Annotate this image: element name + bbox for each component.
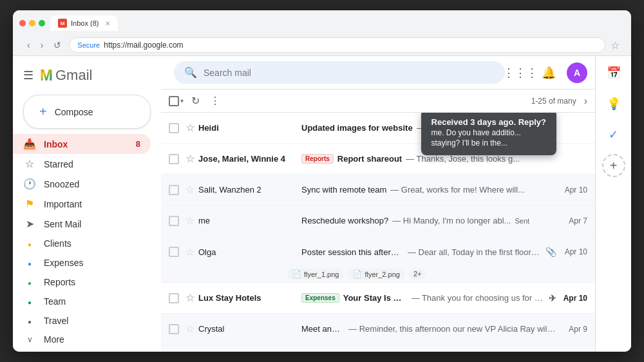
email-row[interactable]: ☆ me Reschedule workshop? — Hi Mandy, I'… <box>161 205 595 236</box>
attachment-chip[interactable]: 📄 flyer_1.png <box>287 269 344 280</box>
label-expenses: Expenses <box>301 293 339 303</box>
chip-label: flyer_2.png <box>365 271 399 278</box>
star-icon[interactable]: ☆ <box>185 184 194 196</box>
sidebar-item-team[interactable]: ● Team <box>13 292 151 311</box>
email-preview: — Dear all, Today in the first floor lob… <box>408 247 542 257</box>
sidebar-item-clients[interactable]: ● Clients <box>13 234 151 253</box>
sidebar-item-sent[interactable]: ➤ Sent Mail <box>13 214 151 234</box>
email-row[interactable]: ☆ Chi, me, Patrick 6 Clients Getting err… <box>161 345 595 352</box>
sidebar-item-starred[interactable]: ☆ Starred <box>13 154 151 174</box>
email-date: Apr 10 <box>562 294 587 303</box>
email-checkbox[interactable] <box>169 154 179 164</box>
sidebar-item-more[interactable]: ∨ More <box>13 330 151 348</box>
email-preview: — Reminder, this afternoon our new VP Al… <box>348 324 556 334</box>
snoozed-icon: 🕐 <box>23 178 36 190</box>
select-all-area[interactable]: ▾ <box>169 96 184 106</box>
email-row[interactable]: ☆ Heidi Updated images for website — Hi!… <box>161 113 595 144</box>
email-checkbox[interactable] <box>169 324 179 334</box>
star-icon[interactable]: ☆ <box>185 292 194 304</box>
gmail-logo-text: Gmail <box>55 67 92 84</box>
hamburger-menu[interactable]: ☰ <box>23 68 33 82</box>
email-checkbox[interactable] <box>169 247 179 257</box>
search-bar[interactable]: 🔍 <box>174 61 505 84</box>
email-row-group: ☆ Olga Poster session this afternoon in … <box>161 236 595 283</box>
email-subject: Sync with remote team <box>301 185 386 195</box>
email-checkbox[interactable] <box>169 216 179 226</box>
sidebar-item-travel[interactable]: ● Travel <box>13 311 151 330</box>
starred-label: Starred <box>44 159 140 169</box>
chip-label: flyer_1.png <box>304 271 339 278</box>
search-input[interactable] <box>204 68 495 78</box>
add-app-button[interactable]: + <box>602 154 625 177</box>
tasks-app-icon[interactable]: ✓ <box>602 123 625 146</box>
star-icon[interactable]: ☆ <box>185 153 194 165</box>
url-bar[interactable]: Secure https://mail.google.com <box>69 37 605 53</box>
more-chips[interactable]: 2+ <box>409 269 426 280</box>
refresh-button[interactable]: ↻ <box>189 92 202 110</box>
email-row[interactable]: ☆ Lux Stay Hotels Expenses Your Stay Is … <box>161 283 595 314</box>
star-icon[interactable]: ☆ <box>185 214 194 227</box>
maximize-button[interactable] <box>39 20 45 26</box>
email-subject: Updated images for website <box>301 123 413 133</box>
email-row[interactable]: ☆ Salit, Wanzhen 2 Sync with remote team… <box>161 175 595 205</box>
email-content: Expenses Your Stay Is Confirmed — Thank … <box>301 293 556 303</box>
compose-label: Compose <box>55 107 93 117</box>
bookmark-icon[interactable]: ☆ <box>611 39 620 52</box>
close-button[interactable] <box>19 20 26 26</box>
team-icon: ● <box>23 296 36 307</box>
back-button[interactable]: ‹ <box>24 39 33 52</box>
email-preview: — Thanks, Jose, this looks g... <box>406 154 520 164</box>
sidebar-item-important[interactable]: ⚑ Important <box>13 194 151 214</box>
email-subject: Meet and greet <box>301 324 345 334</box>
sidebar-item-snoozed[interactable]: 🕐 Snoozed <box>13 174 151 194</box>
star-icon[interactable]: ☆ <box>185 323 194 335</box>
email-checkbox[interactable] <box>169 123 179 133</box>
compose-button[interactable]: + Compose <box>23 95 151 129</box>
browser-tab[interactable]: M Inbox (8) ✕ <box>50 15 118 31</box>
page-info: 1-25 of many <box>531 97 576 106</box>
more-actions-button[interactable]: ⋮ <box>207 92 223 110</box>
email-sender: Crystal <box>198 324 301 334</box>
expenses-icon: ● <box>23 257 36 269</box>
email-content: Reschedule workshop? — Hi Mandy, I'm no … <box>301 216 556 225</box>
avatar[interactable]: A <box>567 62 587 83</box>
apps-icon[interactable]: ⋮⋮⋮ <box>510 62 531 83</box>
email-row[interactable]: ☆ Crystal Meet and greet — Reminder, thi… <box>161 314 595 345</box>
select-all-checkbox[interactable] <box>169 96 179 106</box>
notifications-icon[interactable]: 🔔 <box>538 62 559 83</box>
email-list: ☆ Heidi Updated images for website — Hi!… <box>161 113 595 352</box>
forward-button[interactable]: › <box>38 39 46 52</box>
email-row[interactable]: ☆ Olga Poster session this afternoon in … <box>161 236 595 267</box>
select-dropdown-chevron[interactable]: ▾ <box>180 97 184 104</box>
email-subject: Reschedule workshop? <box>301 216 388 225</box>
sidebar-item-reports[interactable]: ● Reports <box>13 272 151 292</box>
email-content: Poster session this afternoon in lobby —… <box>301 247 556 257</box>
gmail-app: ☰ M Gmail + Compose 📥 Inbox 8 ☆ Starred <box>13 56 631 352</box>
next-page-button[interactable]: › <box>584 95 587 107</box>
calendar-app-icon[interactable]: 📅 <box>602 61 625 84</box>
email-sender: Salit, Wanzhen 2 <box>198 185 301 195</box>
minimize-button[interactable] <box>29 20 35 26</box>
reload-button[interactable]: ↺ <box>51 39 64 52</box>
star-icon[interactable]: ☆ <box>185 246 194 258</box>
important-label: Important <box>44 199 140 209</box>
email-date: Apr 10 <box>562 247 587 256</box>
keep-app-icon[interactable]: 💡 <box>602 92 625 115</box>
star-icon[interactable]: ☆ <box>185 122 194 134</box>
browser-chrome: M Inbox (8) ✕ ‹ › ↺ Secure https://mail.… <box>13 10 631 56</box>
attachment-chip[interactable]: 📄 flyer_2.png <box>348 269 404 280</box>
inbox-icon: 📥 <box>23 138 36 150</box>
email-preview: — Thank you for choosing us for your bus… <box>412 293 545 303</box>
address-bar: ‹ › ↺ Secure https://mail.google.com ☆ <box>19 35 625 55</box>
gmail-logo-icon: M <box>40 66 53 84</box>
tab-close-button[interactable]: ✕ <box>105 20 110 27</box>
secure-indicator: Secure <box>77 41 100 49</box>
sidebar-item-expenses[interactable]: ● Expenses <box>13 253 151 272</box>
email-date: Apr 7 <box>562 216 587 225</box>
sidebar-item-inbox[interactable]: 📥 Inbox 8 <box>13 134 151 154</box>
email-checkbox[interactable] <box>169 185 179 195</box>
url-text: https://mail.google.com <box>104 41 183 50</box>
email-date: Apr 9 <box>562 325 587 334</box>
email-checkbox[interactable] <box>169 293 179 303</box>
email-preview: — Hi Mandy, I'm no longer abl... <box>392 216 511 225</box>
